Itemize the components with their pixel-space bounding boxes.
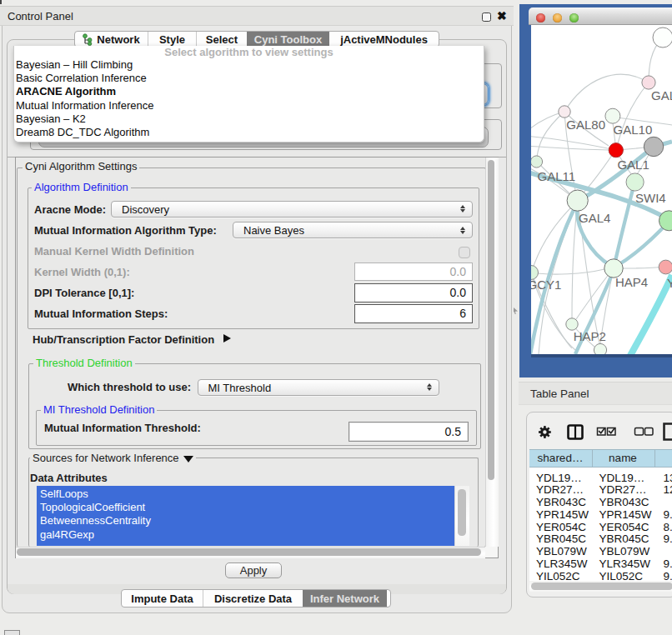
svg-text:GAL80: GAL80 [566,118,605,132]
svg-text:GAL8: GAL8 [651,88,672,102]
svg-text:GCY1: GCY1 [531,278,561,292]
svg-text:HAP2: HAP2 [574,329,606,343]
svg-text:GAL1: GAL1 [617,158,649,172]
svg-text:Y: Y [667,276,672,290]
svg-text:GAL11: GAL11 [538,169,576,183]
svg-text:GAL10: GAL10 [614,122,653,137]
svg-text:SWI4: SWI4 [635,191,666,205]
svg-text:GAL4: GAL4 [579,211,610,225]
svg-text:HAP4: HAP4 [615,275,648,289]
